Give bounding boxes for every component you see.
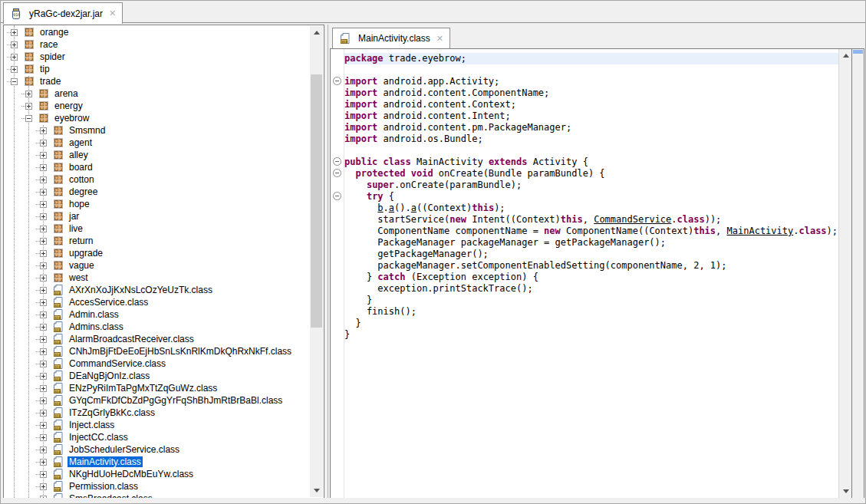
tree-item-upgrade[interactable]: upgrade bbox=[5, 247, 310, 259]
fold-collapse-icon[interactable] bbox=[333, 169, 341, 177]
tree-item-CNhJmBjFtDeEoEjHbSnLsKnRlKmDkQhRxNkFf-class[interactable]: 010CNhJmBjFtDeEoEjHbSnLsKnRlKmDkQhRxNkFf… bbox=[5, 345, 310, 357]
code-reference-link[interactable]: a bbox=[411, 203, 417, 213]
expand-icon[interactable] bbox=[40, 373, 47, 380]
tree-item-CommandService-class[interactable]: 010CommandService.class bbox=[5, 357, 310, 370]
overview-ruler[interactable] bbox=[851, 49, 864, 498]
expand-icon[interactable] bbox=[25, 91, 32, 97]
expand-icon[interactable] bbox=[40, 459, 47, 466]
expand-icon[interactable] bbox=[40, 176, 47, 183]
tree-item-Smsmnd[interactable]: Smsmnd bbox=[5, 124, 310, 137]
scroll-down-icon[interactable] bbox=[310, 484, 323, 497]
expand-icon[interactable] bbox=[40, 410, 47, 417]
expand-icon[interactable] bbox=[40, 250, 47, 257]
code-reference-link[interactable]: CommandService bbox=[594, 214, 671, 225]
tree-scrollbar-thumb[interactable] bbox=[311, 74, 322, 328]
tree-item-Permission-class[interactable]: 010Permission.class bbox=[5, 480, 310, 492]
scroll-up-icon[interactable] bbox=[839, 49, 852, 62]
tree-item-orange[interactable]: orange bbox=[5, 26, 310, 38]
expand-icon[interactable] bbox=[25, 103, 32, 110]
tree-item-Admins-class[interactable]: 010Admins.class bbox=[5, 321, 310, 333]
tree-item-trade[interactable]: trade bbox=[5, 75, 310, 87]
tree-item-JobSchedulerService-class[interactable]: 010JobSchedulerService.class bbox=[5, 443, 310, 456]
tab-mainactivity-class[interactable]: 010 MainActivity.class ✕ bbox=[332, 28, 450, 48]
expand-icon[interactable] bbox=[40, 324, 47, 331]
tree-item-tip[interactable]: tip bbox=[5, 63, 310, 75]
tree-item-GYqCmFkDfCbZdPgGgYrFqShBhJmRtBrBaBl-class[interactable]: 010GYqCmFkDfCbZdPgGgYrFqShBhJmRtBrBaBl.c… bbox=[5, 394, 310, 407]
expand-icon[interactable] bbox=[40, 127, 47, 134]
source-code-view[interactable]: package trade.eyebrow; import android.ap… bbox=[344, 49, 838, 498]
tree-item-vague[interactable]: vague bbox=[5, 259, 310, 272]
expand-icon[interactable] bbox=[11, 29, 18, 36]
tree-item-Inject-class[interactable]: 010Inject.class bbox=[5, 419, 310, 431]
expand-icon[interactable] bbox=[40, 348, 47, 355]
tree-item-jar[interactable]: jar bbox=[5, 210, 310, 222]
tree-item-energy[interactable]: energy bbox=[5, 100, 310, 112]
expand-icon[interactable] bbox=[11, 41, 18, 48]
tree-item-eyebrow[interactable]: eyebrow bbox=[5, 112, 310, 124]
tree-item-alley[interactable]: alley bbox=[5, 149, 310, 161]
expand-icon[interactable] bbox=[40, 385, 47, 392]
tree-item-ENzPyRiImTaPgMxTtZqGuWz-class[interactable]: 010ENzPyRiImTaPgMxTtZqGuWz.class bbox=[5, 382, 310, 394]
code-reference-link[interactable]: MainActivity bbox=[727, 226, 794, 236]
tree-item-spider[interactable]: spider bbox=[5, 51, 310, 63]
expand-icon[interactable] bbox=[40, 422, 47, 429]
close-icon[interactable]: ✕ bbox=[109, 8, 116, 18]
code-reference-link[interactable]: b bbox=[377, 203, 383, 213]
tree-vertical-scrollbar[interactable] bbox=[310, 26, 323, 497]
tree-item-hope[interactable]: hope bbox=[5, 198, 310, 210]
collapse-icon[interactable] bbox=[11, 78, 18, 85]
tree-item-InjectCC-class[interactable]: 010InjectCC.class bbox=[5, 431, 310, 443]
tree-item-race[interactable]: race bbox=[5, 38, 310, 51]
tree-item-DEaNgBjOnIz-class[interactable]: 010DEaNgBjOnIz.class bbox=[5, 370, 310, 382]
tab-jar-file[interactable]: 010 yRaGc-dex2jar.jar ✕ bbox=[3, 2, 123, 24]
close-icon[interactable]: ✕ bbox=[436, 34, 443, 44]
expand-icon[interactable] bbox=[40, 275, 47, 282]
tree-item-AccesService-class[interactable]: 010AccesService.class bbox=[5, 296, 310, 308]
tree-item-MainActivity-class[interactable]: 010MainActivity.class bbox=[5, 456, 310, 468]
collapse-icon[interactable] bbox=[25, 115, 32, 122]
expand-icon[interactable] bbox=[40, 262, 47, 269]
expand-icon[interactable] bbox=[40, 471, 47, 478]
scroll-down-icon[interactable] bbox=[839, 485, 852, 498]
expand-icon[interactable] bbox=[40, 397, 47, 404]
expand-icon[interactable] bbox=[11, 66, 18, 73]
expand-icon[interactable] bbox=[40, 238, 47, 245]
expand-icon[interactable] bbox=[40, 287, 47, 294]
expand-icon[interactable] bbox=[40, 299, 47, 306]
tree-item-ITzZqGrIyBkKc-class[interactable]: 010ITzZqGrIyBkKc.class bbox=[5, 407, 310, 419]
expand-icon[interactable] bbox=[40, 311, 47, 318]
tree-item-Admin-class[interactable]: 010Admin.class bbox=[5, 308, 310, 321]
tree-item-live[interactable]: live bbox=[5, 222, 310, 235]
tree-item-board[interactable]: board bbox=[5, 161, 310, 173]
expand-icon[interactable] bbox=[40, 483, 47, 490]
tree-item-NKgHdUoHeDcMbEuYw-class[interactable]: 010NKgHdUoHeDcMbEuYw.class bbox=[5, 468, 310, 480]
tree-item-AXrXnXoJjKxNsLcOzYeUzTk-class[interactable]: 010AXrXnXoJjKxNsLcOzYeUzTk.class bbox=[5, 284, 310, 296]
tree-item-arena[interactable]: arena bbox=[5, 87, 310, 100]
fold-collapse-icon[interactable] bbox=[333, 77, 341, 85]
fold-collapse-icon[interactable] bbox=[333, 192, 341, 200]
expand-icon[interactable] bbox=[11, 54, 18, 61]
expand-icon[interactable] bbox=[40, 226, 47, 232]
expand-icon[interactable] bbox=[40, 446, 47, 453]
tree-item-cotton[interactable]: cotton bbox=[5, 173, 310, 186]
tree-item-west[interactable]: west bbox=[5, 272, 310, 284]
panel-splitter[interactable] bbox=[328, 25, 328, 499]
tree-item-return[interactable]: return bbox=[5, 235, 310, 247]
expand-icon[interactable] bbox=[40, 152, 47, 159]
expand-icon[interactable] bbox=[40, 201, 47, 208]
tree-item-degree[interactable]: degree bbox=[5, 186, 310, 198]
tree-item-SmsBroadcast-class[interactable]: 010SmsBroadcast.class bbox=[5, 492, 310, 498]
scroll-up-icon[interactable] bbox=[310, 26, 323, 39]
code-reference-link[interactable]: a bbox=[389, 203, 394, 213]
expand-icon[interactable] bbox=[40, 361, 47, 367]
tree-item-AlarmBroadcastReceiver-class[interactable]: 010AlarmBroadcastReceiver.class bbox=[5, 333, 310, 345]
editor-vertical-scrollbar[interactable] bbox=[838, 49, 851, 498]
expand-icon[interactable] bbox=[40, 140, 47, 147]
tree-item-agent[interactable]: agent bbox=[5, 137, 310, 149]
expand-icon[interactable] bbox=[40, 336, 47, 343]
expand-icon[interactable] bbox=[40, 434, 47, 441]
expand-icon[interactable] bbox=[40, 189, 47, 196]
fold-collapse-icon[interactable] bbox=[333, 157, 341, 166]
expand-icon[interactable] bbox=[40, 164, 47, 171]
expand-icon[interactable] bbox=[40, 213, 47, 220]
